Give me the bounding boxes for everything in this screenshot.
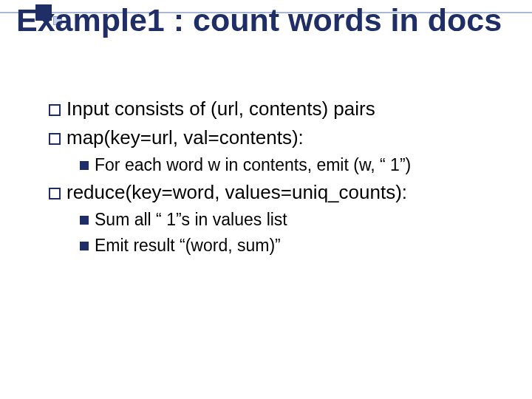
bullet-level2: For each word w in contents, emit (w, “ … [80,154,502,177]
hollow-square-icon [49,104,61,116]
bullet-level2: Emit result “(word, sum)” [80,234,502,257]
bullet-text: map(key=url, val=contents): [66,126,304,149]
bullet-text: Emit result “(word, sum)” [95,236,281,255]
bullet-level1: map(key=url, val=contents): [49,125,502,151]
bullet-text: reduce(key=word, values=uniq_counts): [66,181,407,203]
bullet-text: Sum all “ 1”s in values list [95,210,287,229]
slide-body: Input consists of (url, contents) pairs … [49,96,502,260]
filled-square-icon [80,216,89,225]
bullet-level1: Input consists of (url, contents) pairs [49,96,502,122]
bullet-text: Input consists of (url, contents) pairs [66,98,375,120]
bullet-level1: reduce(key=word, values=uniq_counts): [49,180,502,205]
slide: Example1 : count words in docs Input con… [0,0,532,399]
bullet-text: For each word w in contents, emit (w, “ … [95,155,411,174]
filled-square-icon [80,242,89,250]
hollow-square-icon [49,188,61,200]
bullet-level2: Sum all “ 1”s in values list [80,208,502,231]
slide-title: Example1 : count words in docs [16,3,517,37]
filled-square-icon [80,161,89,170]
hollow-square-icon [49,133,61,145]
